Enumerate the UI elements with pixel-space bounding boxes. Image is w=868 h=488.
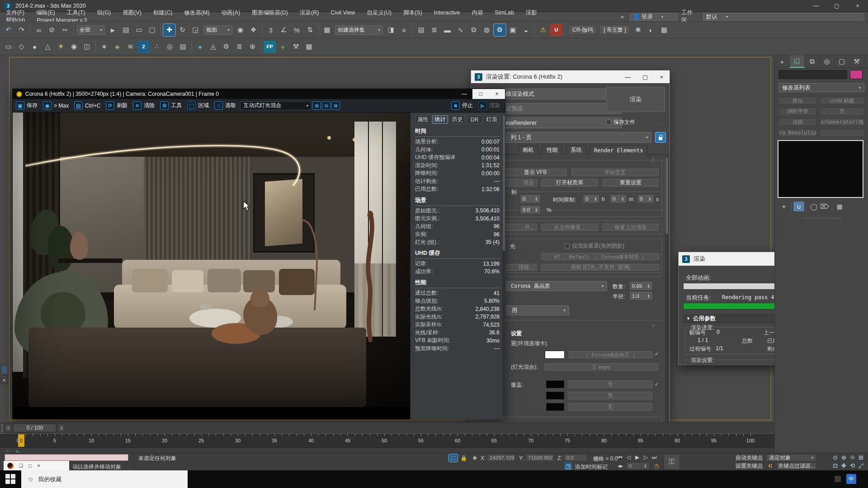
vfb-tab-历史[interactable]: 历史 [449, 115, 465, 124]
percent-snap-icon[interactable]: % [291, 24, 303, 36]
menu-item-6[interactable]: 修改器(M) [178, 9, 215, 16]
override-map-button-1[interactable]: 无 [568, 380, 652, 388]
prev-frame-icon[interactable]: ◁ [625, 454, 632, 461]
target-mode-dropdown[interactable]: 产品级渲染模式▾ [491, 89, 622, 99]
close-icon[interactable]: × [489, 89, 505, 99]
maximize-viewport-icon[interactable]: ⤢ [857, 462, 865, 469]
add-time-tag[interactable]: 添加时间标记 [575, 463, 608, 471]
material-editor-icon[interactable]: ◍ [481, 24, 493, 36]
make-unique-icon[interactable]: ◯ [808, 202, 819, 211]
menu-overflow-icon[interactable]: » [615, 14, 630, 20]
y-coordinate-field[interactable]: 71509.992 [525, 454, 554, 461]
preset-dropdown[interactable]: 未选定预设▾ [491, 103, 622, 114]
lightmix-dropdown[interactable]: 互动式灯光混合▾ [240, 101, 311, 110]
prev-frame-button[interactable]: ‹ [5, 424, 12, 432]
mirror-icon[interactable]: ◨ [385, 24, 397, 36]
selection-lock-icon[interactable]: 🔒 [461, 454, 467, 462]
region-button[interactable]: ⬚区域 [186, 100, 212, 111]
modifier-button-4[interactable]: 法线 [778, 118, 817, 126]
motion-tab[interactable]: ◎ [820, 55, 835, 68]
configure-modifier-sets-icon[interactable]: ▦ [834, 202, 845, 211]
to-max-button[interactable]: ◉> Max [42, 100, 72, 111]
redo-icon[interactable]: ↷ [15, 24, 28, 36]
menu-item-4[interactable]: 视图(V) [117, 9, 147, 16]
workspace-dropdown[interactable]: 默认▾ [703, 13, 864, 21]
modifier-button-5[interactable]: orGenerator(地 [820, 118, 864, 126]
current-frame-spinner[interactable]: 0▲▼ [626, 462, 650, 469]
time-configuration-icon[interactable]: ◷ [652, 462, 660, 469]
select-and-rotate-icon[interactable]: ↻ [176, 24, 189, 36]
auto-key-button[interactable]: 自动关键点 [735, 454, 764, 461]
passes-spinner[interactable]: 0▲▼ [521, 195, 540, 202]
hammer-tool-icon[interactable]: ⚒ [290, 41, 302, 53]
tools-button[interactable]: ⚙工具 [159, 100, 185, 111]
menu-item-5[interactable]: 创建(C) [147, 9, 178, 16]
align-icon[interactable]: ≡ [398, 24, 410, 36]
minimize-icon[interactable]: — [625, 74, 631, 80]
vfb-tab-统计[interactable]: 统计 [432, 115, 448, 124]
scatter-tool-icon[interactable]: ∗ [98, 41, 110, 53]
start-interactive-button[interactable]: 开始交互 [571, 169, 659, 176]
save-file-browse-button[interactable]: . . . [652, 119, 663, 125]
gear-tool-icon[interactable]: ⚙ [220, 41, 232, 53]
transform-type-in-icon[interactable]: ✥ [471, 454, 479, 462]
renderer-dropdown[interactable]: CoronaRenderer▾ [491, 117, 622, 128]
resume-last-render-button[interactable]: 恢复上次渲染 [603, 224, 659, 231]
override-map-button-3[interactable]: 无 [568, 403, 652, 411]
open-material-library-button[interactable]: 打开材质库 [541, 179, 598, 187]
pick-button[interactable]: ☝选取 [213, 100, 239, 111]
spinner-snap-icon[interactable]: ⇅ [304, 24, 316, 36]
set-key-button[interactable]: 设置关键点 [735, 462, 764, 469]
object-color-swatch[interactable] [850, 70, 863, 79]
menu-item-8[interactable]: 图形编辑器(D) [246, 9, 294, 16]
layer-explorer-icon[interactable]: ≣ [428, 24, 440, 36]
lock-view-button[interactable] [655, 132, 666, 143]
select-and-move-icon[interactable]: ✚ [163, 24, 175, 36]
timeline-playhead[interactable]: 0 [18, 434, 24, 447]
menu-item-2[interactable]: 工具(T) [61, 9, 91, 16]
minutes-spinner[interactable]: 0▲▼ [611, 195, 626, 202]
grid-helper-icon[interactable]: ▦ [658, 24, 670, 36]
show-vfb-button[interactable]: 显示 VFB [504, 169, 567, 176]
target-tool-icon[interactable]: ⊕ [246, 41, 259, 53]
menu-item-1[interactable]: 编辑(E) [30, 9, 61, 16]
lightmix-maps-button[interactable]: 2 maps [544, 363, 659, 371]
menu-item-7[interactable]: 动画(A) [215, 9, 246, 16]
cone-tool-icon[interactable]: △ [42, 41, 54, 53]
selection-filter-dropdown[interactable]: 全部▾ [77, 25, 105, 35]
menu-item-16[interactable]: 渲影 [520, 9, 543, 16]
dots-tool-icon[interactable]: ∴ [151, 41, 163, 53]
close-icon[interactable]: × [660, 74, 663, 80]
save-button[interactable]: ▣保存 [14, 100, 41, 111]
stop-button[interactable]: ■停止 [450, 100, 476, 111]
snaps-toggle-icon[interactable]: 3 [264, 24, 277, 36]
z-coordinate-field[interactable]: 0.0 [564, 454, 587, 461]
modifier-button-2[interactable]: 涡轮平滑 [778, 108, 817, 116]
isolate-selection-icon[interactable]: ⛶ [449, 454, 458, 462]
stats-scrollbar[interactable] [502, 114, 505, 416]
vfb-tab-灯混[interactable]: 灯混 [484, 115, 500, 124]
render-production-icon[interactable]: ◒ [520, 24, 532, 36]
modifier-list-dropdown[interactable]: 修改器列表▾ [778, 83, 864, 92]
leaf-plugin-icon[interactable]: ♠ [277, 41, 289, 53]
reset-settings-button[interactable]: 重置设置 [603, 179, 659, 187]
named-selection-sets-dropdown[interactable]: 创建选择集▾ [335, 25, 383, 35]
circle-tool-icon[interactable]: ● [28, 41, 41, 53]
select-and-link-icon[interactable]: ∞ [33, 24, 45, 36]
edit-named-selection-sets-icon[interactable]: ▦ [321, 24, 333, 36]
triangle-tool-icon[interactable]: ◬ [207, 41, 219, 53]
schematic-view-icon[interactable]: ⧉ [467, 24, 480, 36]
bind-to-space-warp-icon[interactable]: ∾ [59, 24, 71, 36]
pan-icon[interactable]: ✥ [840, 462, 848, 469]
render-setup-tab-2[interactable]: 系统 [566, 145, 586, 155]
utilities-tab[interactable]: ⚒ [849, 55, 864, 68]
sphere-tool-icon[interactable]: ◉ [68, 41, 80, 53]
scene-explorer-icon[interactable]: ▤ [415, 24, 427, 36]
clear-button[interactable]: ✕清除 [132, 100, 158, 111]
blue-2-icon[interactable]: 2 [137, 41, 150, 53]
close-icon[interactable]: × [37, 463, 40, 469]
vfb-tab-DR[interactable]: DR [467, 115, 482, 124]
menu-item-0[interactable]: 文件(F) [0, 9, 30, 16]
viewport-layout-arrow-icon[interactable]: ▸ [1, 375, 8, 384]
menu-item-3[interactable]: 组(G) [91, 9, 117, 16]
